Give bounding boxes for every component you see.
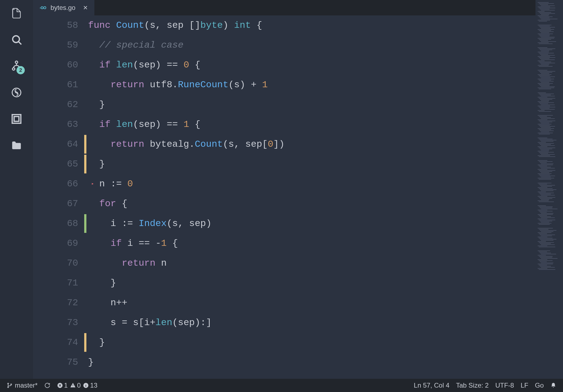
code-content[interactable]: }: [88, 333, 105, 352]
cursor-position[interactable]: Ln 57, Col 4: [414, 382, 449, 389]
explorer-icon[interactable]: [10, 7, 23, 20]
line-number[interactable]: 59: [33, 35, 88, 55]
line-number[interactable]: 73: [33, 313, 88, 333]
code-content[interactable]: return n: [88, 253, 167, 273]
line-number[interactable]: 74: [33, 333, 88, 352]
eol-status[interactable]: LF: [521, 382, 528, 389]
line-number[interactable]: 63: [33, 115, 88, 134]
svg-point-0: [13, 36, 20, 43]
code-line[interactable]: 71 }: [33, 273, 535, 293]
code-content[interactable]: if len(sep) == 1 {: [88, 115, 200, 134]
editor[interactable]: 58func Count(s, sep []byte) int {59 // s…: [33, 15, 535, 379]
warning-count: 0: [77, 382, 81, 389]
scm-badge: 2: [17, 66, 25, 74]
code-line[interactable]: 73 s = s[i+len(sep):]: [33, 313, 535, 333]
svg-rect-7: [14, 116, 19, 121]
problems-status[interactable]: 1 0 13: [57, 382, 97, 389]
line-number[interactable]: 60: [33, 55, 88, 75]
svg-point-3: [12, 68, 15, 70]
sync-status[interactable]: [44, 382, 50, 388]
code-line[interactable]: 67 for {: [33, 194, 535, 214]
code-line[interactable]: 61 return utf8.RuneCount(s) + 1: [33, 75, 535, 95]
status-bar: master* 1 0 13 Ln 57, Col 4 Tab Size: 2 …: [0, 379, 563, 392]
branch-name: master*: [15, 382, 38, 389]
fold-marker-icon[interactable]: ▸: [91, 174, 94, 194]
code-content[interactable]: if len(sep) == 0 {: [88, 55, 200, 75]
code-content[interactable]: n++: [88, 293, 127, 313]
code-content[interactable]: if i == -1 {: [88, 233, 178, 253]
source-control-icon[interactable]: 2: [10, 59, 23, 73]
svg-line-1: [18, 42, 21, 45]
go-file-icon: -GO: [40, 6, 46, 10]
minimap[interactable]: [535, 0, 563, 379]
tab-bytes-go[interactable]: -GO bytes.go ×: [33, 0, 94, 15]
git-modified-marker: [84, 333, 86, 352]
line-number[interactable]: 69: [33, 233, 88, 253]
code-content[interactable]: s = s[i+len(sep):]: [88, 313, 212, 333]
code-line[interactable]: 60 if len(sep) == 0 {: [33, 55, 535, 75]
git-modified-marker: [84, 155, 86, 173]
code-content[interactable]: return utf8.RuneCount(s) + 1: [88, 75, 268, 95]
language-status[interactable]: Go: [535, 382, 544, 389]
code-content[interactable]: // special case: [88, 35, 184, 55]
svg-point-8: [8, 383, 9, 384]
line-number[interactable]: 61: [33, 75, 88, 95]
info-count: 13: [90, 382, 97, 389]
line-number[interactable]: 68: [33, 214, 88, 233]
line-number[interactable]: 64: [33, 134, 88, 154]
code-content[interactable]: }: [88, 352, 94, 372]
folder-icon[interactable]: [10, 139, 23, 152]
tab-filename: bytes.go: [50, 4, 75, 12]
code-line[interactable]: 62 }: [33, 95, 535, 115]
line-number[interactable]: 75: [33, 352, 88, 372]
code-content[interactable]: func Count(s, sep []byte) int {: [88, 15, 262, 35]
code-content[interactable]: }: [88, 95, 105, 115]
code-content[interactable]: }: [88, 154, 105, 174]
svg-rect-6: [12, 115, 21, 123]
activity-bar: 2: [0, 0, 33, 379]
line-number[interactable]: 58: [33, 15, 88, 35]
search-icon[interactable]: [10, 33, 23, 46]
code-content[interactable]: return bytealg.Count(s, sep[0]): [88, 134, 285, 154]
error-count: 1: [64, 382, 68, 389]
git-modified-marker: [84, 135, 86, 154]
code-line[interactable]: 59 // special case: [33, 35, 535, 55]
code-line[interactable]: 63 if len(sep) == 1 {: [33, 115, 535, 134]
git-branch-status[interactable]: master*: [7, 382, 38, 389]
code-line[interactable]: 69 if i == -1 {: [33, 233, 535, 253]
code-content[interactable]: }: [88, 273, 116, 293]
line-number[interactable]: 65: [33, 154, 88, 174]
bell-icon[interactable]: [550, 382, 556, 388]
code-line[interactable]: 68 i := Index(s, sep): [33, 214, 535, 233]
line-number[interactable]: 66: [33, 174, 88, 194]
close-icon[interactable]: ×: [83, 3, 88, 12]
svg-point-2: [15, 61, 18, 64]
encoding-status[interactable]: UTF-8: [495, 382, 514, 389]
debug-icon[interactable]: [10, 86, 23, 99]
code-line[interactable]: 74 }: [33, 333, 535, 352]
code-line[interactable]: 70 return n: [33, 253, 535, 273]
code-content[interactable]: i := Index(s, sep): [88, 214, 212, 233]
tab-bar: -GO bytes.go ×: [33, 0, 535, 15]
extensions-icon[interactable]: [10, 112, 23, 126]
code-line[interactable]: 64 return bytealg.Count(s, sep[0]): [33, 134, 535, 154]
code-line[interactable]: 58func Count(s, sep []byte) int {: [33, 15, 535, 35]
line-number[interactable]: 62: [33, 95, 88, 115]
line-number[interactable]: 67: [33, 194, 88, 214]
svg-point-10: [11, 384, 12, 385]
svg-point-9: [8, 387, 9, 388]
code-content[interactable]: n := 0: [88, 174, 133, 194]
line-number[interactable]: 70: [33, 253, 88, 273]
tab-size-status[interactable]: Tab Size: 2: [456, 382, 489, 389]
code-line[interactable]: 72 n++: [33, 293, 535, 313]
git-added-marker: [84, 214, 86, 233]
code-line[interactable]: 65 }: [33, 154, 535, 174]
line-number[interactable]: 71: [33, 273, 88, 293]
code-line[interactable]: 66▸ n := 0: [33, 174, 535, 194]
code-line[interactable]: 75}: [33, 352, 535, 372]
code-content[interactable]: for {: [88, 194, 127, 214]
line-number[interactable]: 72: [33, 293, 88, 313]
